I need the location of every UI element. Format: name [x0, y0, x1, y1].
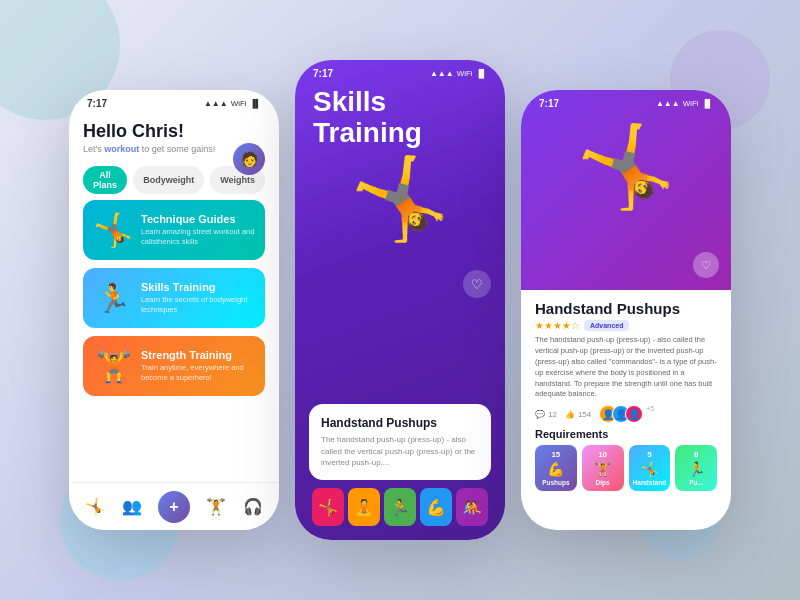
technique-desc: Learn amazing street workout and calisth… [141, 227, 255, 247]
handstand-illustration-p2: 🤸 [295, 159, 505, 239]
strength-title: Strength Training [141, 349, 255, 361]
card-technique[interactable]: 🤸 Technique Guides Learn amazing street … [83, 200, 265, 260]
battery-icon: ▐▌ [250, 99, 261, 108]
card-strength[interactable]: 🏋️ Strength Training Train anytime, ever… [83, 336, 265, 396]
stars: ★★★★☆ [535, 320, 580, 331]
req-handstand-icon: 🤸 [632, 461, 668, 477]
bottom-nav-1: 🤸 👥 + 🏋 🎧 [69, 482, 279, 530]
skill-icon-1[interactable]: 🤸 [312, 488, 344, 526]
technique-icon: 🤸 [93, 211, 133, 249]
nav-people-icon[interactable]: 👥 [122, 497, 142, 516]
req-dips-icon: 🏋 [585, 461, 621, 477]
p3-description: The handstand push-up (press-up) - also … [535, 335, 717, 400]
likes-count: 154 [578, 410, 591, 419]
exercise-title-p2: Handstand Pushups [321, 416, 479, 430]
req-pu[interactable]: 8 🏃 Pu... [675, 445, 717, 491]
req-handstand-name: Handstand [632, 479, 668, 486]
battery-icon-3: ▐▌ [702, 99, 713, 108]
time-3: 7:17 [539, 98, 559, 109]
comment-icon: 💬 [535, 410, 545, 419]
wifi-icon: WiFi [231, 99, 247, 108]
greeting: Hello Chris! [83, 121, 265, 142]
status-icons-2: ▲▲▲ WiFi ▐▌ [430, 69, 487, 78]
phone-3: 7:17 ▲▲▲ WiFi ▐▌ 🤸 ♡ Handstand Pushups ★… [521, 90, 731, 530]
skills-text: Skills Training Learn the secrets of bod… [141, 281, 255, 315]
req-pushups-num: 15 [538, 450, 574, 459]
filter-all-plans[interactable]: All Plans [83, 166, 127, 194]
signal-icon-2: ▲▲▲ [430, 69, 454, 78]
nav-dumbbell-icon[interactable]: 🏋 [206, 497, 226, 516]
strength-desc: Train anytime, everywhere and become a s… [141, 363, 255, 383]
time-1: 7:17 [87, 98, 107, 109]
p3-hero: 7:17 ▲▲▲ WiFi ▐▌ 🤸 ♡ [521, 90, 731, 290]
req-handstand-num: 5 [632, 450, 668, 459]
req-dips-name: Dips [585, 479, 621, 486]
heart-button-p2[interactable]: ♡ [463, 270, 491, 298]
stats-row: 💬 12 👍 154 👤 👤 👤 +5 [535, 405, 717, 423]
signal-icon: ▲▲▲ [204, 99, 228, 108]
signal-icon-3: ▲▲▲ [656, 99, 680, 108]
strength-icon: 🏋️ [93, 349, 133, 384]
phone-1: 7:17 ▲▲▲ WiFi ▐▌ Hello Chris! Let's work… [69, 90, 279, 530]
skills-desc: Learn the secrets of bodyweight techniqu… [141, 295, 255, 315]
avatars-stack: 👤 👤 👤 +5 [599, 405, 654, 423]
req-pushups-icon: 💪 [538, 461, 574, 477]
exercise-desc-p2: The handstand push-up (press-up) - also … [321, 434, 479, 468]
likes-stat: 👍 154 [565, 410, 591, 419]
phones-container: 7:17 ▲▲▲ WiFi ▐▌ Hello Chris! Let's work… [69, 60, 731, 540]
p3-body: Handstand Pushups ★★★★☆ Advanced The han… [521, 290, 731, 501]
wifi-icon-2: WiFi [457, 69, 473, 78]
nav-headphones-icon[interactable]: 🎧 [243, 497, 263, 516]
avatar-3: 👤 [625, 405, 643, 423]
filter-bodyweight[interactable]: Bodyweight [133, 166, 204, 194]
skills-main-title: Skills Training [295, 87, 505, 149]
battery-icon-2: ▐▌ [476, 69, 487, 78]
skill-icon-2[interactable]: 🧘 [348, 488, 380, 526]
skills-icons-row: 🤸 🧘 🏃 💪 🤼 [295, 488, 505, 526]
skill-icon-4[interactable]: 💪 [420, 488, 452, 526]
req-pushups[interactable]: 15 💪 Pushups [535, 445, 577, 491]
technique-text: Technique Guides Learn amazing street wo… [141, 213, 255, 247]
rating-row: ★★★★☆ Advanced [535, 320, 717, 331]
req-pu-num: 8 [678, 450, 714, 459]
strength-text: Strength Training Train anytime, everywh… [141, 349, 255, 383]
status-bar-2: 7:17 ▲▲▲ WiFi ▐▌ [295, 60, 505, 83]
nav-gymnastics-icon[interactable]: 🤸 [85, 497, 105, 516]
level-badge: Advanced [584, 320, 629, 331]
req-pu-icon: 🏃 [678, 461, 714, 477]
req-dips-num: 10 [585, 450, 621, 459]
exercise-card-p2[interactable]: Handstand Pushups The handstand push-up … [309, 404, 491, 480]
skill-icon-5[interactable]: 🤼 [456, 488, 488, 526]
like-icon: 👍 [565, 410, 575, 419]
req-pushups-name: Pushups [538, 479, 574, 486]
skills-line1: Skills Training [313, 87, 487, 149]
req-pu-name: Pu... [678, 479, 714, 486]
phone-2-content: 7:17 ▲▲▲ WiFi ▐▌ Skills Training 🤸 ♡ Han… [295, 60, 505, 540]
status-icons-1: ▲▲▲ WiFi ▐▌ [204, 99, 261, 108]
p3-exercise-title: Handstand Pushups [535, 300, 717, 317]
card-skills[interactable]: 🏃 Skills Training Learn the secrets of b… [83, 268, 265, 328]
req-handstand[interactable]: 5 🤸 Handstand [629, 445, 671, 491]
time-2: 7:17 [313, 68, 333, 79]
avatar-badge[interactable]: 🧑 [233, 143, 265, 175]
skills-icon: 🏃 [93, 282, 133, 315]
requirements-title: Requirements [535, 428, 717, 440]
workout-link[interactable]: workout [104, 144, 139, 154]
status-icons-3: ▲▲▲ WiFi ▐▌ [656, 99, 713, 108]
nav-add-button[interactable]: + [158, 491, 190, 523]
comments-count: 12 [548, 410, 557, 419]
status-bar-1: 7:17 ▲▲▲ WiFi ▐▌ [69, 90, 279, 113]
status-bar-3: 7:17 ▲▲▲ WiFi ▐▌ [521, 90, 731, 113]
requirements-cards: 15 💪 Pushups 10 🏋 Dips 5 🤸 Handstand 8 🏃 [535, 445, 717, 491]
skill-icon-3[interactable]: 🏃 [384, 488, 416, 526]
technique-title: Technique Guides [141, 213, 255, 225]
comments-stat: 💬 12 [535, 410, 557, 419]
req-dips[interactable]: 10 🏋 Dips [582, 445, 624, 491]
handstand-illustration-p3: 🤸 [521, 127, 731, 207]
wifi-icon-3: WiFi [683, 99, 699, 108]
skills-title: Skills Training [141, 281, 255, 293]
phone-1-content: Hello Chris! Let's workout to get some g… [69, 113, 279, 396]
heart-button-p3[interactable]: ♡ [693, 252, 719, 278]
phone-2: 7:17 ▲▲▲ WiFi ▐▌ Skills Training 🤸 ♡ Han… [295, 60, 505, 540]
plus-more: +5 [646, 405, 654, 423]
